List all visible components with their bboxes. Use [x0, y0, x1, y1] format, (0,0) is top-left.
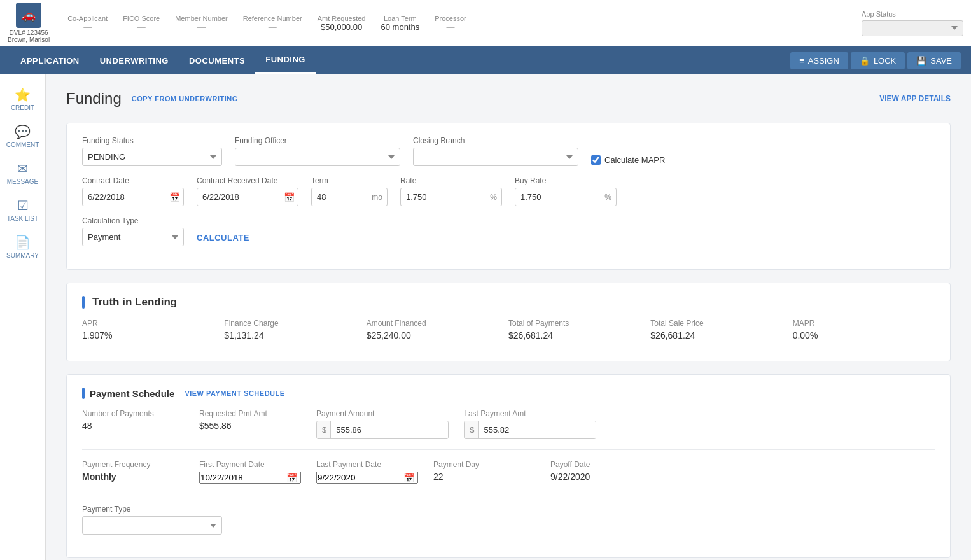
- divider2: [82, 494, 935, 494]
- applicant-name: Brown, Marisol: [8, 36, 50, 43]
- loan-term-field: Loan Term 60 months: [381, 15, 420, 32]
- sidebar-label-summary: SUMMARY: [6, 252, 39, 259]
- til-total-payments-value: $26,681.24: [508, 330, 650, 340]
- lock-icon: 🔒: [860, 56, 870, 66]
- view-app-details-link[interactable]: VIEW APP DETAILS: [879, 94, 951, 103]
- term-group: Term mo: [311, 176, 388, 206]
- buy-rate-label: Buy Rate: [515, 176, 617, 185]
- rate-input-wrapper: %: [400, 188, 502, 206]
- sidebar-item-comment[interactable]: 💬 COMMENT: [3, 119, 43, 153]
- processor-label: Processor: [435, 15, 466, 22]
- payment-freq-label: Payment Frequency: [82, 460, 184, 469]
- first-pmt-date-field: First Payment Date 📅: [199, 460, 301, 484]
- first-pmt-date-wrapper: 📅: [199, 472, 301, 484]
- fico-label: FICO Score: [123, 15, 160, 22]
- til-total-sale: Total Sale Price $26,681.24: [650, 319, 792, 340]
- app-status-select[interactable]: [862, 20, 963, 36]
- contract-received-input[interactable]: [197, 188, 298, 206]
- calculate-button[interactable]: CALCULATE: [197, 229, 249, 246]
- calc-type-select[interactable]: Payment Amount Term: [82, 228, 184, 246]
- til-amount-financed: Amount Financed $25,240.00: [367, 319, 508, 340]
- rate-input[interactable]: [400, 188, 502, 206]
- ps-row1: Number of Payments 48 Requested Pmt Amt …: [82, 409, 935, 439]
- payment-day-label: Payment Day: [433, 460, 535, 469]
- contract-row: Contract Date 📅 Contract Received Date 📅…: [82, 176, 935, 206]
- num-payments-field: Number of Payments 48: [82, 409, 184, 439]
- member-number-value: —: [197, 22, 206, 32]
- sidebar-item-tasklist[interactable]: ☑ TASK LIST: [3, 193, 43, 227]
- contract-date-input[interactable]: [82, 188, 184, 206]
- til-grid: APR 1.907% Finance Charge $1,131.24 Amou…: [82, 319, 935, 340]
- nav-funding[interactable]: FUNDING: [255, 47, 316, 74]
- amt-requested-field: Amt Requested $50,000.00: [318, 15, 366, 32]
- payment-schedule-header: Payment Schedule VIEW PAYMENT SCHEDULE: [82, 388, 935, 399]
- payment-type-select[interactable]: [82, 516, 222, 535]
- rate-group: Rate %: [400, 176, 502, 206]
- term-input[interactable]: [311, 188, 388, 206]
- save-button[interactable]: 💾 SAVE: [907, 52, 961, 69]
- last-pmt-input-wrapper: $: [464, 421, 596, 439]
- payment-schedule-section: Payment Schedule VIEW PAYMENT SCHEDULE N…: [66, 374, 951, 558]
- funding-form-section: Funding Status PENDING APPROVED DENIED F…: [66, 123, 951, 270]
- assign-icon: ≡: [799, 56, 804, 66]
- amt-requested-value: $50,000.00: [321, 22, 362, 32]
- sidebar-label-credit: CREDIT: [11, 104, 34, 111]
- term-label: Term: [311, 176, 388, 185]
- co-applicant-label: Co-Applicant: [67, 15, 108, 22]
- til-apr: APR 1.907%: [82, 319, 224, 340]
- closing-branch-select[interactable]: [413, 148, 578, 166]
- last-pmt-date-input[interactable]: [316, 472, 418, 484]
- view-payment-schedule-link[interactable]: VIEW PAYMENT SCHEDULE: [185, 389, 284, 397]
- sidebar: ⭐ CREDIT 💬 COMMENT ✉ MESSAGE ☑ TASK LIST…: [0, 74, 46, 560]
- top-bar-fields: Co-Applicant — FICO Score — Member Numbe…: [67, 15, 849, 32]
- til-amount-financed-label: Amount Financed: [367, 319, 508, 328]
- payment-amount-input[interactable]: [331, 421, 448, 438]
- ps-row2: Payment Frequency Monthly First Payment …: [82, 460, 935, 484]
- last-pmt-date-label: Last Payment Date: [316, 460, 418, 469]
- contract-date-label: Contract Date: [82, 176, 184, 185]
- sidebar-item-credit[interactable]: ⭐ CREDIT: [3, 82, 43, 116]
- divider: [82, 449, 935, 450]
- credit-icon: ⭐: [15, 87, 31, 102]
- nav-documents[interactable]: DOCUMENTS: [179, 48, 255, 73]
- buy-rate-group: Buy Rate %: [515, 176, 617, 206]
- req-pmt-label: Requested Pmt Amt: [199, 409, 301, 418]
- copy-from-underwriting-link[interactable]: COPY FROM UNDERWRITING: [132, 95, 238, 102]
- last-pmt-date-calendar-icon[interactable]: 📅: [403, 473, 414, 483]
- til-total-sale-value: $26,681.24: [650, 330, 792, 340]
- funding-status-select[interactable]: PENDING APPROVED DENIED FUNDED: [82, 148, 222, 166]
- summary-icon: 📄: [15, 235, 31, 250]
- funding-status-label: Funding Status: [82, 136, 222, 145]
- loan-term-label: Loan Term: [384, 15, 417, 22]
- closing-branch-group: Closing Branch: [413, 136, 578, 166]
- sidebar-item-summary[interactable]: 📄 SUMMARY: [3, 230, 43, 264]
- payment-day-field: Payment Day 22: [433, 460, 535, 484]
- contract-date-calendar-icon[interactable]: 📅: [169, 192, 180, 202]
- closing-branch-label: Closing Branch: [413, 136, 578, 145]
- sidebar-label-comment: COMMENT: [6, 141, 39, 148]
- calculate-mapr-checkbox[interactable]: [591, 155, 601, 165]
- nav-actions: ≡ ASSIGN 🔒 LOCK 💾 SAVE: [790, 52, 961, 69]
- last-pmt-input[interactable]: [479, 421, 596, 438]
- til-apr-value: 1.907%: [82, 330, 224, 340]
- fico-field: FICO Score —: [123, 15, 160, 32]
- til-finance-charge: Finance Charge $1,131.24: [224, 319, 366, 340]
- sidebar-item-message[interactable]: ✉ MESSAGE: [3, 156, 43, 190]
- til-finance-charge-label: Finance Charge: [224, 319, 366, 328]
- til-finance-charge-value: $1,131.24: [224, 330, 366, 340]
- funding-officer-label: Funding Officer: [235, 136, 400, 145]
- nav-application[interactable]: APPLICATION: [10, 48, 90, 73]
- calc-type-row: Calculation Type Payment Amount Term CAL…: [82, 216, 935, 246]
- payment-type-group: Payment Type: [82, 505, 222, 535]
- member-number-field: Member Number —: [175, 15, 228, 32]
- contract-received-calendar-icon[interactable]: 📅: [284, 192, 295, 202]
- buy-rate-input[interactable]: [515, 188, 617, 206]
- lock-button[interactable]: 🔒 LOCK: [851, 52, 905, 69]
- funding-officer-select[interactable]: [235, 148, 400, 166]
- first-pmt-date-input[interactable]: [199, 472, 301, 484]
- contract-received-group: Contract Received Date 📅: [197, 176, 298, 206]
- first-pmt-date-calendar-icon[interactable]: 📅: [286, 473, 297, 483]
- nav-underwriting[interactable]: UNDERWRITING: [90, 48, 179, 73]
- rate-label: Rate: [400, 176, 502, 185]
- assign-button[interactable]: ≡ ASSIGN: [790, 52, 848, 69]
